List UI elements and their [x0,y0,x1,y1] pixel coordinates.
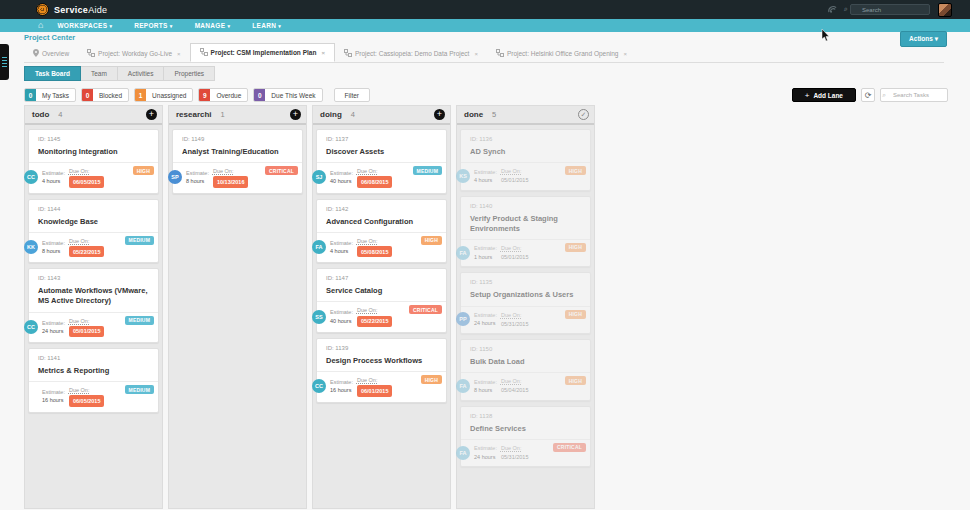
card-title: Knowledge Base [38,217,151,227]
filter-count: 0 [254,88,265,102]
estimate-value: 24 hours [474,319,497,327]
estimate: Estimate:4 hours [330,239,353,256]
assignee-avatar[interactable]: SP [168,170,182,184]
due-on: Due On:05/04/2015 [501,377,529,395]
estimate: Estimate:16 hours [42,388,65,405]
estimate-label: Estimate: [330,239,353,247]
top-bar: ServiceAide [0,0,970,19]
subtab-task-board[interactable]: Task Board [24,66,81,81]
close-icon[interactable]: × [177,51,181,57]
add-card-icon[interactable]: + [434,109,445,120]
task-card[interactable]: ID: 1139Design Process WorkflowsCCEstima… [316,338,447,403]
task-card[interactable]: ID: 1150Bulk Data LoadFAEstimate:8 hours… [460,339,591,401]
close-icon[interactable]: × [321,50,325,56]
assignee-avatar[interactable]: SJ [312,170,326,184]
close-icon[interactable]: × [474,51,478,57]
assignee-avatar[interactable]: CC [24,320,38,334]
priority-badge: HIGH [565,166,586,175]
assignee-avatar[interactable]: CC [24,170,38,184]
due-on: Due On:05/22/2015 [357,306,393,327]
tab-project-cassiopeia-demo-data-project[interactable]: Project: Cassiopeia: Demo Data Project× [335,45,487,62]
refresh-button[interactable]: ⟳ [861,88,875,102]
close-icon[interactable]: × [623,51,627,57]
task-search-input[interactable] [880,88,948,102]
card-id: ID: 1140 [470,203,583,209]
tab-label: Project: Workday Go-Live [98,50,172,57]
task-card[interactable]: ID: 1143Automate Workflows (VMware, MS A… [28,268,159,343]
side-drawer-handle[interactable] [0,44,9,80]
filter-due-this-week[interactable]: 0Due This Week [253,88,322,102]
view-subtabs: Task BoardTeamActivitiesProperties [24,66,215,81]
task-card[interactable]: ID: 1145Monitoring IntegrationCCEstimate… [28,129,159,194]
due-on: Due On:05/01/2015 [501,244,529,262]
task-card[interactable]: ID: 1141Metrics & ReportingEstimate:16 h… [28,348,159,413]
task-card[interactable]: ID: 1144Knowledge BaseKKEstimate:8 hours… [28,199,159,264]
task-card[interactable]: ID: 1137Discover AssetsSJEstimate:40 hou… [316,129,447,194]
priority-badge: HIGH [421,375,442,384]
due-date: 05/22/2015 [69,246,105,257]
subtab-team[interactable]: Team [81,66,118,81]
estimate-value: 40 hours [330,177,353,185]
assignee-avatar[interactable]: KK [24,240,38,254]
add-card-icon[interactable]: + [146,109,157,120]
filter-overdue[interactable]: 9Overdue [198,88,248,102]
lane-done: done5✓ID: 1136AD SynchKSEstimate:4 hours… [456,105,595,509]
tab-label: Project: CSM Implementation Plan [211,49,317,56]
task-card[interactable]: ID: 1149Analyst Training/EducationSPEsti… [172,129,303,194]
due-label: Due On: [357,306,393,314]
task-board: todo4+ID: 1145Monitoring IntegrationCCEs… [24,105,595,509]
estimate-label: Estimate: [330,378,353,386]
due-on: Due On:05/08/2015 [357,237,393,258]
task-card[interactable]: ID: 1140Verify Product & Staging Environ… [460,196,591,268]
tab-project-csm-implementation-plan[interactable]: Project: CSM Implementation Plan× [190,43,335,62]
filter-blocked[interactable]: 0Blocked [81,88,129,102]
filter-button[interactable]: Filter [334,88,370,102]
due-label: Due On: [501,377,529,385]
task-card[interactable]: ID: 1135Setup Organizations & UsersPPEst… [460,272,591,334]
assignee-avatar[interactable]: KS [456,169,470,183]
add-card-icon[interactable]: + [290,109,301,120]
lane-header: doing4+ [313,106,450,125]
nav-item-workspaces[interactable]: WORKSPACES ▾ [57,22,112,29]
task-card[interactable]: ID: 1147Service CatalogSSEstimate:40 hou… [316,268,447,333]
global-search-input[interactable] [850,4,930,15]
filter-unassigned[interactable]: 1Unassigned [134,88,193,102]
tab-project-helsinki-office-grand-opening[interactable]: Project: Helsinki Office Grand Opening× [487,45,636,62]
done-check-icon[interactable]: ✓ [578,109,589,120]
due-date: 06/08/2015 [357,176,393,187]
nav-item-reports[interactable]: REPORTS ▾ [134,22,172,29]
main-nav: ⌂ WORKSPACES ▾REPORTS ▾MANAGE ▾LEARN ▾ [0,19,970,32]
assignee-avatar[interactable]: PP [456,312,470,326]
priority-badge: CRITICAL [553,443,586,452]
broadcast-icon[interactable] [827,4,838,16]
due-date: 05/01/2015 [69,326,105,337]
filter-my-tasks[interactable]: 0My Tasks [24,88,76,102]
task-card[interactable]: ID: 1142Advanced ConfigurationFAEstimate… [316,199,447,264]
task-card[interactable]: ID: 1138Define ServicesFAEstimate:24 hou… [460,406,591,468]
card-id: ID: 1137 [326,136,439,142]
card-title: Design Process Workflows [326,356,439,366]
lane-header: todo4+ [25,106,162,125]
assignee-avatar[interactable]: CC [312,379,326,393]
assignee-avatar[interactable]: FA [456,246,470,260]
assignee-avatar[interactable]: FA [456,446,470,460]
task-card[interactable]: ID: 1136AD SynchKSEstimate:4 hoursDue On… [460,129,591,191]
assignee-avatar[interactable]: FA [456,379,470,393]
actions-button[interactable]: Actions ▾ [900,31,947,47]
serviceaide-logo: ServiceAide [36,3,107,16]
add-lane-button[interactable]: + Add Lane [792,88,856,102]
estimate-label: Estimate: [186,169,209,177]
tab-overview[interactable]: Overview [24,45,78,62]
tab-project-workday-go-live[interactable]: Project: Workday Go-Live× [78,45,189,62]
card-id: ID: 1143 [38,275,151,281]
nav-item-manage[interactable]: MANAGE ▾ [195,22,231,29]
estimate-label: Estimate: [330,308,353,316]
project-icon [496,49,504,58]
assignee-avatar[interactable]: FA [312,240,326,254]
subtab-activities[interactable]: Activities [118,66,165,81]
subtab-properties[interactable]: Properties [164,66,215,81]
nav-item-learn[interactable]: LEARN ▾ [252,22,281,29]
user-avatar[interactable] [938,3,952,17]
assignee-avatar[interactable]: SS [312,310,326,324]
home-icon[interactable]: ⌂ [38,21,43,30]
